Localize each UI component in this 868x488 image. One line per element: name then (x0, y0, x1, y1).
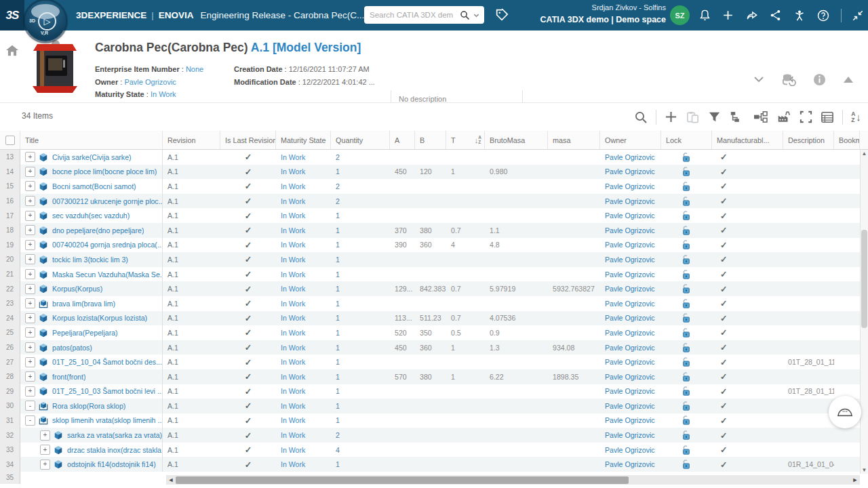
expand-toggle[interactable]: + (25, 284, 35, 294)
unlocked-icon[interactable] (682, 240, 691, 249)
owner-link[interactable]: Pavle Ogrizovic (605, 344, 655, 352)
expand-toggle[interactable]: + (25, 313, 35, 323)
meta-value[interactable]: Pavle Ogrizovic (124, 78, 176, 86)
3ds-logo[interactable]: 3S (0, 0, 24, 30)
column-header-Bookmark[interactable]: Bookmark (834, 131, 860, 149)
expand-toggle[interactable]: + (40, 460, 50, 470)
table-row[interactable]: 20+tockic lim 3(tockic lim 3)A.1✓In Work… (0, 252, 868, 267)
expand-toggle[interactable]: + (25, 254, 35, 264)
unlocked-icon[interactable] (682, 226, 691, 235)
unlocked-icon[interactable] (682, 270, 691, 279)
item-title-link[interactable]: tockic lim 3(tockic lim 3) (52, 256, 128, 264)
expand-structure-icon[interactable] (730, 110, 745, 123)
expand-toggle[interactable]: + (40, 445, 50, 455)
owner-link[interactable]: Pavle Ogrizovic (605, 416, 655, 424)
search-icon[interactable] (634, 110, 648, 124)
collapse-icon[interactable] (852, 9, 864, 22)
expand-toggle[interactable]: + (25, 342, 35, 352)
help-icon[interactable] (816, 9, 830, 22)
table-row[interactable]: 16+007300212 ukrucenje gornje ploc...A.1… (0, 194, 868, 209)
item-title-link[interactable]: drzac stakla inox(drzac stakla... (67, 446, 162, 454)
column-header-Lock[interactable]: Lock (661, 131, 712, 149)
vertical-scrollbar[interactable]: ▲ ▼ (860, 150, 868, 474)
scroll-up-arrow[interactable]: ▲ (861, 150, 868, 157)
unlocked-icon[interactable] (682, 386, 691, 396)
table-row[interactable]: 31-sklop limenih vrata(sklop limenih ...… (0, 413, 868, 428)
expand-toggle[interactable]: + (25, 167, 35, 177)
unlocked-icon[interactable] (682, 299, 691, 308)
compass-icon[interactable]: ▷ 3D V,R (25, 1, 66, 41)
table-row[interactable]: 14+bocne ploce lim(bocne ploce lim)A.1✓I… (0, 165, 868, 180)
column-header-Owner[interactable]: Owner (600, 131, 661, 149)
owner-link[interactable]: Pavle Ogrizovic (605, 211, 655, 220)
expand-toggle[interactable]: + (25, 386, 35, 396)
fullscreen-icon[interactable] (800, 110, 812, 123)
item-title-link[interactable]: sec vazduh(sec vazduh) (52, 211, 130, 220)
unlocked-icon[interactable] (682, 343, 691, 352)
expand-toggle[interactable]: + (25, 225, 35, 235)
user-info[interactable]: Srdjan Zivkov - Solfins CATIA 3DX demo |… (515, 3, 666, 26)
column-header-masa[interactable]: masa (548, 131, 600, 149)
unlocked-icon[interactable] (682, 197, 691, 206)
item-title-link[interactable]: Maska Secun Vazduha(Maska Se... (52, 270, 162, 279)
column-header-T[interactable]: T↓AZ (446, 131, 485, 149)
scroll-left-arrow[interactable]: ◄ (166, 476, 176, 483)
owner-link[interactable]: Pavle Ogrizovic (605, 387, 655, 395)
owner-link[interactable]: Pavle Ogrizovic (605, 226, 655, 235)
column-header-Manufacturabl...[interactable]: Manufacturabl... (712, 131, 783, 149)
table-row[interactable]: 30-Rora sklop(Rora sklop)A.1✓In Work1Pav… (0, 399, 868, 413)
unlocked-icon[interactable] (682, 401, 691, 411)
search-icon[interactable] (460, 10, 470, 20)
global-search[interactable] (364, 6, 484, 24)
table-row[interactable]: 32+sarka za vrata(sarka za vrata)A.1✓In … (0, 428, 868, 443)
owner-link[interactable]: Pavle Ogrizovic (605, 329, 655, 337)
info-icon[interactable] (813, 73, 826, 86)
owner-link[interactable]: Pavle Ogrizovic (605, 256, 655, 264)
search-input[interactable] (368, 10, 460, 20)
item-title-link[interactable]: bocne ploce lim(bocne ploce lim) (52, 167, 157, 176)
home-icon[interactable] (5, 44, 19, 56)
table-row[interactable]: 21+Maska Secun Vazduha(Maska Se...A.1✓In… (0, 267, 868, 282)
bell-icon[interactable] (698, 9, 711, 22)
table-row[interactable]: 28+front(front)A.1✓In Work157038016.2218… (0, 369, 868, 384)
table-row[interactable]: 13+Civija sarke(Civija sarke)A.1✓In Work… (0, 150, 868, 165)
unlocked-icon[interactable] (682, 430, 691, 440)
unlocked-icon[interactable] (682, 255, 691, 264)
owner-link[interactable]: Pavle Ogrizovic (605, 241, 655, 249)
people-icon[interactable] (793, 9, 806, 22)
table-row[interactable]: 33+drzac stakla inox(drzac stakla...A.1✓… (0, 443, 868, 458)
owner-link[interactable]: Pavle Ogrizovic (605, 300, 655, 308)
expand-toggle[interactable]: + (25, 371, 35, 382)
item-title-link[interactable]: Rora sklop(Rora sklop) (52, 402, 125, 410)
item-title-link[interactable]: brava lim(brava lim) (52, 300, 115, 308)
related-objects-icon[interactable] (753, 110, 768, 123)
expand-toggle[interactable]: + (25, 196, 35, 206)
owner-link[interactable]: Pavle Ogrizovic (605, 314, 655, 322)
item-title-link[interactable]: patos(patos) (52, 344, 92, 352)
item-title-link[interactable]: Civija sarke(Civija sarke) (52, 153, 132, 161)
item-title-link[interactable]: 007400204 gornja srednja ploca(... (52, 241, 162, 249)
vertical-scroll-thumb[interactable] (861, 230, 867, 328)
expand-toggle[interactable]: + (25, 269, 35, 279)
table-row[interactable]: 24+Korpus lozista(Korpus lozista)A.1✓In … (0, 311, 868, 326)
item-title-link[interactable]: dno pepeljare(dno pepeljare) (52, 226, 144, 235)
expand-toggle[interactable]: + (25, 181, 35, 191)
table-row[interactable]: 34+odstojnik fi14(odstojnik fi14)A.1✓In … (0, 457, 868, 472)
sort-icon[interactable]: AZ ↓ (851, 111, 861, 123)
table-row[interactable]: 17+sec vazduh(sec vazduh)A.1✓In Work1Pav… (0, 208, 868, 223)
search-chevron-icon[interactable] (473, 12, 480, 19)
meta-value[interactable]: In Work (151, 90, 176, 98)
unlocked-icon[interactable] (682, 372, 691, 382)
owner-link[interactable]: Pavle Ogrizovic (605, 167, 655, 176)
item-title-link[interactable]: 007300212 ukrucenje gornje ploc... (52, 197, 162, 205)
select-all-header[interactable] (0, 131, 20, 149)
expand-toggle[interactable]: + (25, 298, 35, 308)
filter-icon[interactable] (708, 110, 721, 123)
table-row[interactable]: 22+Korpus(Korpus)A.1✓In Work1129...842.3… (0, 281, 868, 296)
column-header-BrutoMasa[interactable]: BrutoMasa (485, 131, 548, 149)
expand-toggle[interactable]: + (25, 357, 35, 367)
unlocked-icon[interactable] (682, 357, 691, 367)
column-header-Is Last Revision[interactable]: Is Last Revision (220, 131, 276, 149)
owner-link[interactable]: Pavle Ogrizovic (605, 460, 655, 468)
unlocked-icon[interactable] (682, 182, 691, 191)
